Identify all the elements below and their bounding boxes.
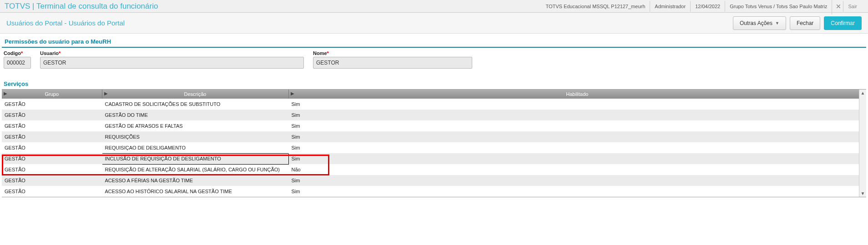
cell-grupo: GESTÃO xyxy=(2,110,102,120)
cell-descricao: GESTÃO DO TIME xyxy=(102,110,288,120)
services-table-wrap: ▶Grupo ▶Descrição ▶Habilitado GESTÃOCADA… xyxy=(2,89,866,197)
table-row[interactable]: GESTÃOACESSO A FÉRIAS NA GESTÃO TIMESim xyxy=(2,175,866,186)
cell-grupo: GESTÃO xyxy=(2,142,102,153)
table-row[interactable]: GESTÃOREQUISIÇAO DE DESLIGAMENTOSim xyxy=(2,142,866,153)
table-row[interactable]: GESTÃOINCLUSÃO DE REQUISIÇÃO DE DESLIGAM… xyxy=(2,153,866,164)
form-row: Codigo* Usuario* Nome* xyxy=(0,48,868,71)
sort-icon: ▶ xyxy=(291,91,294,96)
table-row[interactable]: GESTÃOREQUISIÇÃO DE ALTERAÇÃO SALARIAL (… xyxy=(2,164,866,175)
cell-descricao: CADASTRO DE SOLICITAÇÕES DE SUBSTITUTO xyxy=(102,99,288,110)
usuario-label: Usuario* xyxy=(40,50,304,56)
cell-habilitado: Sim xyxy=(288,120,866,131)
cell-grupo: GESTÃO xyxy=(2,99,102,110)
codigo-input[interactable] xyxy=(4,57,31,69)
cell-grupo: GESTÃO xyxy=(2,186,102,197)
cell-habilitado: Não xyxy=(288,164,866,175)
cell-habilitado: Sim xyxy=(288,142,866,153)
cell-grupo: GESTÃO xyxy=(2,175,102,186)
table-row[interactable]: GESTÃOGESTÃO DE ATRASOS E FALTASSim xyxy=(2,120,866,131)
usuario-field: Usuario* xyxy=(40,50,304,69)
col-descricao-header[interactable]: ▶Descrição xyxy=(102,90,288,99)
table-row[interactable]: GESTÃOCADASTRO DE SOLICITAÇÕES DE SUBSTI… xyxy=(2,99,866,110)
cell-grupo: GESTÃO xyxy=(2,153,102,164)
table-row[interactable]: GESTÃOACESSO AO HISTÓRICO SALARIAL NA GE… xyxy=(2,186,866,197)
nome-input[interactable] xyxy=(313,57,472,69)
cell-descricao: ACESSO A FÉRIAS NA GESTÃO TIME xyxy=(102,175,288,186)
cell-habilitado: Sim xyxy=(288,99,866,110)
breadcrumb: Usuários do Portal - Usuários do Portal xyxy=(6,19,125,27)
cell-descricao: REQUISIÇÃO DE ALTERAÇÃO SALARIAL (SALÁRI… xyxy=(102,164,288,175)
brand: TOTVS xyxy=(5,2,30,10)
col-grupo-header[interactable]: ▶Grupo xyxy=(2,90,102,99)
table-row[interactable]: GESTÃOREQUISIÇÕESSim xyxy=(2,131,866,142)
table-row[interactable]: GESTÃOGESTÃO DO TIMESim xyxy=(2,110,866,120)
cell-descricao: GESTÃO DE ATRASOS E FALTAS xyxy=(102,120,288,131)
scrollbar[interactable]: ▲ ▼ xyxy=(859,90,866,197)
cell-habilitado: Sim xyxy=(288,153,866,164)
user-label: Administrador xyxy=(650,1,690,12)
col-habilitado-header[interactable]: ▶Habilitado xyxy=(288,90,866,99)
exit-button[interactable]: Sair xyxy=(832,0,865,15)
date-label: 12/04/2022 xyxy=(690,1,725,12)
confirm-button[interactable]: Confirmar xyxy=(824,16,862,30)
sort-icon: ▶ xyxy=(4,91,7,96)
chevron-down-icon: ▼ xyxy=(775,21,779,25)
cell-descricao: ACESSO AO HISTÓRICO SALARIAL NA GESTÃO T… xyxy=(102,186,288,197)
sub-bar: Usuários do Portal - Usuários do Portal … xyxy=(0,13,868,34)
section-permissions-title: Permissões do usuário para o MeuRH xyxy=(2,35,866,48)
top-right-info: TOTVS Educacional MSSQL P12127_meurh Adm… xyxy=(541,0,865,15)
scroll-up-icon[interactable]: ▲ xyxy=(859,90,866,96)
cell-descricao: INCLUSÃO DE REQUISIÇÃO DE DESLIGAMENTO xyxy=(102,153,288,164)
cell-grupo: GESTÃO xyxy=(2,164,102,175)
codigo-label: Codigo* xyxy=(4,50,31,56)
usuario-input[interactable] xyxy=(40,57,304,69)
app-title: TOTVS | Terminal de consulta do funcioná… xyxy=(3,2,158,11)
page-title-text: Terminal de consulta do funcionário xyxy=(36,2,158,10)
section-services-title: Serviços xyxy=(0,71,868,89)
services-table-body: GESTÃOCADASTRO DE SOLICITAÇÕES DE SUBSTI… xyxy=(2,99,866,197)
scroll-down-icon[interactable]: ▼ xyxy=(859,190,866,197)
cell-habilitado: Sim xyxy=(288,131,866,142)
nome-field: Nome* xyxy=(313,50,472,69)
context-label: TOTVS Educacional MSSQL P12127_meurh xyxy=(541,1,650,12)
services-table: ▶Grupo ▶Descrição ▶Habilitado GESTÃOCADA… xyxy=(2,90,866,197)
cell-grupo: GESTÃO xyxy=(2,131,102,142)
sort-icon: ▶ xyxy=(104,91,108,96)
services-table-head: ▶Grupo ▶Descrição ▶Habilitado xyxy=(2,90,866,99)
cell-habilitado: Sim xyxy=(288,186,866,197)
other-actions-button[interactable]: Outras Ações ▼ xyxy=(733,16,786,30)
top-bar: TOTVS | Terminal de consulta do funcioná… xyxy=(0,0,868,13)
company-label: Grupo Totvs Venus / Totvs Sao Paulo Matr… xyxy=(725,1,832,12)
cell-grupo: GESTÃO xyxy=(2,120,102,131)
codigo-field: Codigo* xyxy=(4,50,31,69)
close-icon xyxy=(836,4,841,9)
close-button[interactable]: Fechar xyxy=(790,16,820,30)
cell-habilitado: Sim xyxy=(288,110,866,120)
subbar-actions: Outras Ações ▼ Fechar Confirmar xyxy=(733,16,862,30)
cell-habilitado: Sim xyxy=(288,175,866,186)
cell-descricao: REQUISIÇÕES xyxy=(102,131,288,142)
nome-label: Nome* xyxy=(313,50,472,56)
cell-descricao: REQUISIÇAO DE DESLIGAMENTO xyxy=(102,142,288,153)
